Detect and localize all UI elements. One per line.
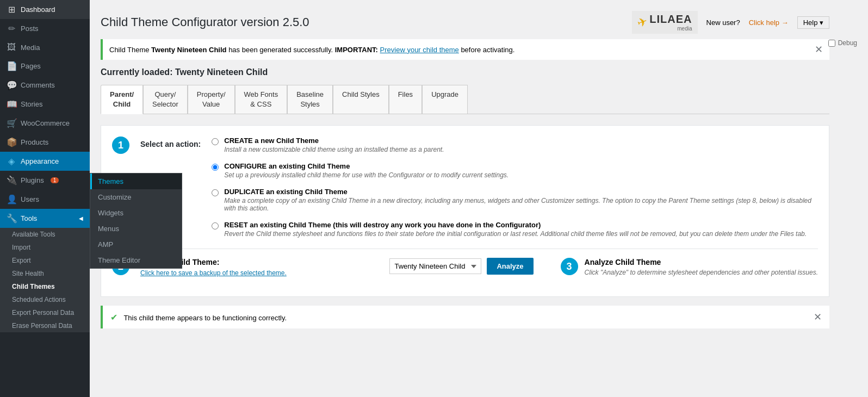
comments-icon: 💬 [7,80,16,90]
sidebar-item-tools[interactable]: 🔧 Tools ◀ [0,209,90,228]
theme-select[interactable]: Twenty Nineteen Child [389,258,481,274]
help-button[interactable]: Help ▾ [797,16,829,29]
sidebar-item-products[interactable]: 📦 Products [0,133,90,152]
posts-icon: ✏ [7,23,16,34]
step1-circle: 1 [112,137,129,154]
tab-web-fonts-css[interactable]: Web Fonts& CSS [235,85,288,114]
step3-desc: Click "Analyze" to determine stylesheet … [585,269,818,276]
sidebar-label-dashboard: Dashboard [21,5,55,14]
submenu-item-menus[interactable]: Menus [90,221,182,237]
step1-label: Select an action: [140,137,201,148]
tab-files[interactable]: Files [389,85,422,114]
radio-duplicate-desc: Make a complete copy of an existing Chil… [224,197,818,212]
stories-icon: 📖 [7,99,16,109]
radio-create-text: CREATE a new Child Theme Install a new c… [224,137,444,153]
radio-configure-desc: Set up a previously installed child them… [224,171,509,179]
sidebar-item-appearance[interactable]: ◈ Appearance [0,152,90,171]
tab-query-selector[interactable]: Query/Selector [143,85,188,114]
sidebar-item-import[interactable]: Import [0,241,90,254]
click-help-link[interactable]: Click help → [749,18,789,27]
radio-configure[interactable] [212,164,219,171]
step3-content: Analyze Child Theme Click "Analyze" to d… [585,258,818,276]
radio-configure-text: CONFIGURE an existing Child Theme Set up… [224,162,509,179]
sidebar-item-child-themes[interactable]: Child Themes [0,280,90,293]
dashboard-icon: ⊞ [7,4,16,15]
sidebar-item-erase-personal[interactable]: Erase Personal Data [0,319,90,332]
radio-option-create: CREATE a new Child Theme Install a new c… [212,137,818,153]
plugins-badge: 1 [51,177,59,183]
debug-area: Debug [828,39,857,47]
users-icon: 👤 [7,194,16,204]
notice-text: Child Theme Twenty Nineteen Child has be… [109,46,514,54]
submenu-item-amp[interactable]: AMP [90,237,182,252]
sidebar-label-comments: Comments [21,81,55,89]
sidebar-item-available-tools[interactable]: Available Tools [0,228,90,241]
sidebar-item-scheduled-actions[interactable]: Scheduled Actions [0,293,90,306]
sidebar-item-dashboard[interactable]: ⊞ Dashboard [0,0,90,19]
pages-icon: 📄 [7,61,16,71]
select-analyze-group: Twenty Nineteen Child Analyze [389,258,533,275]
tab-upgrade[interactable]: Upgrade [422,85,468,114]
bottom-notice-text: This child theme appears to be functioni… [123,314,287,322]
sidebar-item-export[interactable]: Export [0,254,90,267]
sidebar-label-products: Products [21,138,48,146]
success-notice: Child Theme Twenty Nineteen Child has be… [101,39,829,60]
radio-create-desc: Install a new customizable child theme u… [224,146,444,153]
sidebar-item-media[interactable]: 🖼 Media [0,38,90,57]
sidebar-item-plugins[interactable]: 🔌 Plugins 1 [0,171,90,190]
sidebar-item-comments[interactable]: 💬 Comments [0,76,90,95]
media-icon: 🖼 [7,42,16,52]
sidebar-label-tools: Tools [21,214,37,222]
tab-property-value[interactable]: Property/Value [188,85,235,114]
analyze-button[interactable]: Analyze [487,258,533,275]
step3-title: Analyze Child Theme [585,258,818,266]
radio-create[interactable] [212,138,219,145]
submenu-item-themes[interactable]: Themes [90,173,182,189]
logo-box: ✈ LILAEA media [632,11,697,34]
sidebar: ⊞ Dashboard ✏ Posts 🖼 Media 📄 Pages 💬 Co… [0,0,90,397]
tab-parent-child[interactable]: Parent/Child [101,85,143,114]
sidebar-item-stories[interactable]: 📖 Stories [0,95,90,114]
sidebar-item-pages[interactable]: 📄 Pages [0,57,90,76]
plugins-icon: 🔌 [7,175,16,185]
radio-reset[interactable] [212,222,219,229]
logo-subtext: media [649,26,692,32]
tools-collapse-icon: ◀ [79,215,83,221]
debug-checkbox[interactable] [828,40,835,47]
submenu-item-widgets[interactable]: Widgets [90,205,182,221]
sidebar-item-export-personal[interactable]: Export Personal Data [0,306,90,319]
woocommerce-icon: 🛒 [7,118,16,128]
currently-loaded: Currently loaded: Twenty Nineteen Child [101,67,829,77]
radio-reset-text: RESET an existing Child Theme (this will… [224,221,807,238]
bottom-notice-close[interactable]: ✕ [814,311,822,323]
radio-duplicate[interactable] [212,189,219,196]
sidebar-item-users[interactable]: 👤 Users [0,190,90,209]
sidebar-label-posts: Posts [21,24,39,33]
sidebar-item-woocommerce[interactable]: 🛒 WooCommerce [0,114,90,133]
sidebar-item-posts[interactable]: ✏ Posts [0,19,90,38]
sidebar-label-appearance: Appearance [21,157,59,165]
logo-bird-icon: ✈ [635,14,649,31]
preview-link[interactable]: Preview your child theme [380,46,459,54]
main-content: Child Theme Configurator version 2.5.0 ✈… [90,0,868,397]
tab-child-styles[interactable]: Child Styles [333,85,389,114]
radio-configure-label: CONFIGURE an existing Child Theme [224,162,350,170]
submenu-item-customize[interactable]: Customize [90,189,182,205]
debug-label: Debug [838,39,857,47]
sidebar-item-site-health[interactable]: Site Health [0,267,90,280]
step3-circle: 3 [561,258,578,275]
radio-option-duplicate: DUPLICATE an existing Child Theme Make a… [212,188,818,212]
notice-close-button[interactable]: ✕ [815,44,823,55]
bottom-notice: ✔ This child theme appears to be functio… [101,306,829,328]
step2-backup-link[interactable]: Click here to save a backup of the selec… [140,269,287,277]
step3-group: 3 Analyze Child Theme Click "Analyze" to… [561,258,818,276]
submenu-item-theme-editor[interactable]: Theme Editor [90,252,182,268]
sidebar-label-pages: Pages [21,62,41,70]
radio-option-configure: CONFIGURE an existing Child Theme Set up… [212,162,818,179]
tab-bar: Parent/Child Query/Selector Property/Val… [101,85,829,114]
sidebar-label-users: Users [21,195,39,203]
sidebar-label-stories: Stories [21,100,42,108]
tab-baseline-styles[interactable]: BaselineStyles [287,85,333,114]
radio-reset-label: RESET an existing Child Theme (this will… [224,221,541,229]
radio-duplicate-label: DUPLICATE an existing Child Theme [224,188,348,196]
